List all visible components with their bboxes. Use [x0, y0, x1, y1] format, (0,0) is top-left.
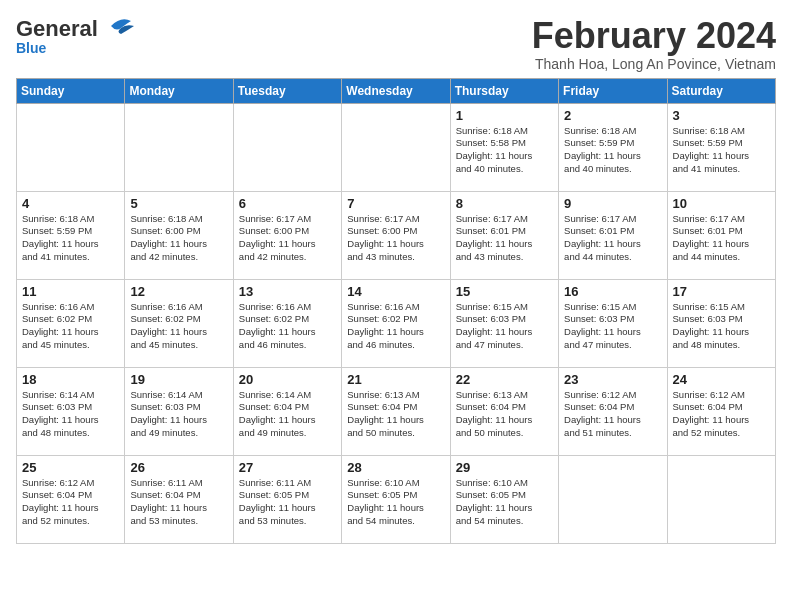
calendar-cell: 3Sunrise: 6:18 AM Sunset: 5:59 PM Daylig…: [667, 103, 775, 191]
day-number: 19: [130, 372, 227, 387]
day-number: 4: [22, 196, 119, 211]
day-number: 28: [347, 460, 444, 475]
day-number: 15: [456, 284, 553, 299]
day-info: Sunrise: 6:17 AM Sunset: 6:00 PM Dayligh…: [347, 213, 444, 264]
day-info: Sunrise: 6:16 AM Sunset: 6:02 PM Dayligh…: [239, 301, 336, 352]
day-number: 13: [239, 284, 336, 299]
day-info: Sunrise: 6:12 AM Sunset: 6:04 PM Dayligh…: [564, 389, 661, 440]
day-number: 12: [130, 284, 227, 299]
col-header-friday: Friday: [559, 78, 667, 103]
location-subtitle: Thanh Hoa, Long An Povince, Vietnam: [532, 56, 776, 72]
day-info: Sunrise: 6:17 AM Sunset: 6:01 PM Dayligh…: [564, 213, 661, 264]
title-area: February 2024 Thanh Hoa, Long An Povince…: [532, 16, 776, 72]
day-number: 1: [456, 108, 553, 123]
day-number: 20: [239, 372, 336, 387]
day-info: Sunrise: 6:12 AM Sunset: 6:04 PM Dayligh…: [22, 477, 119, 528]
col-header-saturday: Saturday: [667, 78, 775, 103]
day-info: Sunrise: 6:12 AM Sunset: 6:04 PM Dayligh…: [673, 389, 770, 440]
calendar-cell: 28Sunrise: 6:10 AM Sunset: 6:05 PM Dayli…: [342, 455, 450, 543]
month-title: February 2024: [532, 16, 776, 56]
calendar-cell: [667, 455, 775, 543]
calendar-cell: 25Sunrise: 6:12 AM Sunset: 6:04 PM Dayli…: [17, 455, 125, 543]
calendar-cell: 20Sunrise: 6:14 AM Sunset: 6:04 PM Dayli…: [233, 367, 341, 455]
calendar-cell: 18Sunrise: 6:14 AM Sunset: 6:03 PM Dayli…: [17, 367, 125, 455]
day-number: 23: [564, 372, 661, 387]
logo-bird-icon: [106, 16, 136, 36]
day-info: Sunrise: 6:14 AM Sunset: 6:03 PM Dayligh…: [22, 389, 119, 440]
calendar-header-row: SundayMondayTuesdayWednesdayThursdayFrid…: [17, 78, 776, 103]
day-info: Sunrise: 6:11 AM Sunset: 6:05 PM Dayligh…: [239, 477, 336, 528]
day-info: Sunrise: 6:17 AM Sunset: 6:01 PM Dayligh…: [456, 213, 553, 264]
day-number: 14: [347, 284, 444, 299]
logo-general: General: [16, 16, 98, 41]
calendar-cell: 22Sunrise: 6:13 AM Sunset: 6:04 PM Dayli…: [450, 367, 558, 455]
col-header-wednesday: Wednesday: [342, 78, 450, 103]
calendar-cell: 19Sunrise: 6:14 AM Sunset: 6:03 PM Dayli…: [125, 367, 233, 455]
calendar-cell: 15Sunrise: 6:15 AM Sunset: 6:03 PM Dayli…: [450, 279, 558, 367]
day-number: 16: [564, 284, 661, 299]
calendar-cell: [125, 103, 233, 191]
calendar-cell: 26Sunrise: 6:11 AM Sunset: 6:04 PM Dayli…: [125, 455, 233, 543]
calendar-cell: 29Sunrise: 6:10 AM Sunset: 6:05 PM Dayli…: [450, 455, 558, 543]
day-info: Sunrise: 6:15 AM Sunset: 6:03 PM Dayligh…: [673, 301, 770, 352]
day-number: 8: [456, 196, 553, 211]
calendar-week-5: 25Sunrise: 6:12 AM Sunset: 6:04 PM Dayli…: [17, 455, 776, 543]
day-info: Sunrise: 6:10 AM Sunset: 6:05 PM Dayligh…: [456, 477, 553, 528]
calendar-table: SundayMondayTuesdayWednesdayThursdayFrid…: [16, 78, 776, 544]
calendar-cell: [17, 103, 125, 191]
calendar-cell: 5Sunrise: 6:18 AM Sunset: 6:00 PM Daylig…: [125, 191, 233, 279]
calendar-cell: 6Sunrise: 6:17 AM Sunset: 6:00 PM Daylig…: [233, 191, 341, 279]
day-info: Sunrise: 6:18 AM Sunset: 5:59 PM Dayligh…: [564, 125, 661, 176]
day-number: 3: [673, 108, 770, 123]
calendar-week-2: 4Sunrise: 6:18 AM Sunset: 5:59 PM Daylig…: [17, 191, 776, 279]
day-info: Sunrise: 6:16 AM Sunset: 6:02 PM Dayligh…: [347, 301, 444, 352]
day-info: Sunrise: 6:15 AM Sunset: 6:03 PM Dayligh…: [456, 301, 553, 352]
calendar-cell: [559, 455, 667, 543]
calendar-cell: 14Sunrise: 6:16 AM Sunset: 6:02 PM Dayli…: [342, 279, 450, 367]
calendar-cell: 8Sunrise: 6:17 AM Sunset: 6:01 PM Daylig…: [450, 191, 558, 279]
day-info: Sunrise: 6:14 AM Sunset: 6:04 PM Dayligh…: [239, 389, 336, 440]
day-info: Sunrise: 6:17 AM Sunset: 6:01 PM Dayligh…: [673, 213, 770, 264]
day-info: Sunrise: 6:18 AM Sunset: 5:59 PM Dayligh…: [673, 125, 770, 176]
calendar-cell: 17Sunrise: 6:15 AM Sunset: 6:03 PM Dayli…: [667, 279, 775, 367]
calendar-cell: [342, 103, 450, 191]
day-number: 10: [673, 196, 770, 211]
day-info: Sunrise: 6:13 AM Sunset: 6:04 PM Dayligh…: [456, 389, 553, 440]
day-number: 18: [22, 372, 119, 387]
header: General Blue February 2024 Thanh Hoa, Lo…: [16, 16, 776, 72]
day-info: Sunrise: 6:18 AM Sunset: 5:58 PM Dayligh…: [456, 125, 553, 176]
col-header-sunday: Sunday: [17, 78, 125, 103]
calendar-week-1: 1Sunrise: 6:18 AM Sunset: 5:58 PM Daylig…: [17, 103, 776, 191]
day-number: 26: [130, 460, 227, 475]
day-info: Sunrise: 6:10 AM Sunset: 6:05 PM Dayligh…: [347, 477, 444, 528]
calendar-cell: 7Sunrise: 6:17 AM Sunset: 6:00 PM Daylig…: [342, 191, 450, 279]
calendar-cell: 12Sunrise: 6:16 AM Sunset: 6:02 PM Dayli…: [125, 279, 233, 367]
day-number: 9: [564, 196, 661, 211]
day-number: 29: [456, 460, 553, 475]
calendar-cell: [233, 103, 341, 191]
day-info: Sunrise: 6:18 AM Sunset: 6:00 PM Dayligh…: [130, 213, 227, 264]
logo: General Blue: [16, 16, 136, 56]
day-number: 7: [347, 196, 444, 211]
calendar-cell: 10Sunrise: 6:17 AM Sunset: 6:01 PM Dayli…: [667, 191, 775, 279]
day-info: Sunrise: 6:15 AM Sunset: 6:03 PM Dayligh…: [564, 301, 661, 352]
calendar-cell: 23Sunrise: 6:12 AM Sunset: 6:04 PM Dayli…: [559, 367, 667, 455]
col-header-thursday: Thursday: [450, 78, 558, 103]
logo-blue-text: Blue: [16, 40, 46, 56]
calendar-cell: 2Sunrise: 6:18 AM Sunset: 5:59 PM Daylig…: [559, 103, 667, 191]
day-number: 17: [673, 284, 770, 299]
calendar-cell: 24Sunrise: 6:12 AM Sunset: 6:04 PM Dayli…: [667, 367, 775, 455]
day-info: Sunrise: 6:16 AM Sunset: 6:02 PM Dayligh…: [130, 301, 227, 352]
calendar-cell: 21Sunrise: 6:13 AM Sunset: 6:04 PM Dayli…: [342, 367, 450, 455]
day-info: Sunrise: 6:13 AM Sunset: 6:04 PM Dayligh…: [347, 389, 444, 440]
calendar-cell: 11Sunrise: 6:16 AM Sunset: 6:02 PM Dayli…: [17, 279, 125, 367]
day-number: 21: [347, 372, 444, 387]
logo-text: General: [16, 16, 136, 40]
day-number: 22: [456, 372, 553, 387]
day-number: 6: [239, 196, 336, 211]
col-header-tuesday: Tuesday: [233, 78, 341, 103]
calendar-cell: 1Sunrise: 6:18 AM Sunset: 5:58 PM Daylig…: [450, 103, 558, 191]
day-number: 25: [22, 460, 119, 475]
day-number: 11: [22, 284, 119, 299]
calendar-week-3: 11Sunrise: 6:16 AM Sunset: 6:02 PM Dayli…: [17, 279, 776, 367]
